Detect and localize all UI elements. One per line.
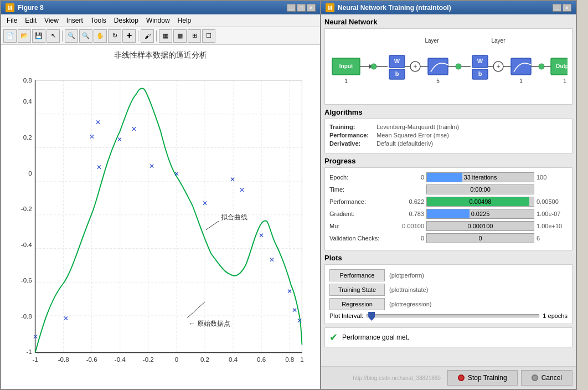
grad-row: Gradient: 0.783 0.0225 1.00e-07 (329, 209, 568, 219)
rotate-btn[interactable]: ↻ (108, 29, 121, 43)
algorithms-header: Algorithms (324, 108, 572, 116)
open-btn[interactable]: 📂 (18, 29, 31, 43)
menu-edit[interactable]: Edit (22, 16, 40, 25)
nn-diagram-svg: Layer Layer Input 1 W (329, 33, 568, 100)
mu-bar: 0.000100 (426, 221, 534, 231)
epoch-bar-text: 33 iterations (464, 174, 497, 181)
valcheck-bar: 0 (426, 233, 534, 243)
colorbar-btn[interactable]: ▦ (159, 29, 172, 43)
epoch-bar-fill (427, 173, 462, 182)
menu-file[interactable]: File (3, 16, 20, 25)
menu-view[interactable]: View (41, 16, 62, 25)
svg-text:b: b (478, 70, 482, 77)
plot-interval-slider[interactable] (367, 314, 539, 317)
svg-text:✕: ✕ (174, 171, 179, 178)
svg-text:← 原始数据点: ← 原始数据点 (189, 320, 230, 327)
legend-btn[interactable]: ▩ (173, 29, 187, 43)
bottom-buttons: http://blog.csdn.net/sinat_38821860 Stop… (321, 366, 576, 389)
box-btn[interactable]: ☐ (202, 29, 215, 43)
svg-text:-0.6: -0.6 (86, 356, 97, 363)
menu-window[interactable]: Window (143, 16, 173, 25)
menu-insert[interactable]: Insert (63, 16, 86, 25)
performance-plot-link[interactable]: (plotperform) (389, 272, 424, 279)
svg-text:Layer: Layer (491, 38, 506, 44)
svg-text:-0.6: -0.6 (21, 277, 32, 284)
epoch-min: 0 (396, 174, 426, 181)
svg-text:W: W (477, 58, 483, 64)
svg-text:✕: ✕ (131, 126, 137, 132)
maximize-btn[interactable]: □ (297, 4, 306, 12)
svg-text:0.8: 0.8 (285, 356, 294, 363)
figure-window: M Figure 8 _ □ × File Edit View Insert T… (0, 0, 321, 390)
perf-prog-label: Performance: (329, 198, 396, 205)
svg-text:-0.4: -0.4 (115, 356, 126, 363)
trainstate-plot-btn[interactable]: Training State (329, 284, 385, 296)
plot-interval-val: 1 epochs (543, 312, 568, 319)
zoom-out-btn[interactable]: 🔍 (79, 29, 92, 43)
brush-btn[interactable]: 🖌 (141, 29, 154, 43)
perf-algo-label: Performance: (329, 132, 376, 138)
time-bar: 0:00:00 (426, 184, 534, 194)
progress-header: Progress (324, 157, 572, 165)
regression-plot-row: Regression (plotregression) (329, 298, 568, 310)
zoom-in-btn[interactable]: 🔍 (65, 29, 78, 43)
menu-help[interactable]: Help (174, 16, 195, 25)
grid-btn[interactable]: ⊞ (188, 29, 201, 43)
grad-max: 1.00e-07 (534, 211, 568, 217)
watermark: http://blog.csdn.net/sinat_38821860 (324, 374, 444, 382)
svg-text:Output: Output (556, 63, 568, 69)
time-label: Time: (329, 186, 396, 193)
grad-label: Gradient: (329, 211, 396, 217)
plot-interval-label: Plot Interval: (329, 312, 363, 319)
svg-text:b: b (395, 70, 399, 77)
valcheck-label: Validation Checks: (329, 235, 396, 242)
stop-training-btn[interactable]: Stop Training (447, 370, 518, 386)
svg-text:Layer: Layer (425, 38, 439, 44)
mu-min: 0.00100 (396, 223, 426, 229)
nntrain-window: M Neural Network Training (ntraintool) _… (321, 0, 577, 390)
svg-text:5: 5 (436, 78, 440, 84)
regression-plot-btn[interactable]: Regression (329, 298, 385, 310)
menu-tools[interactable]: Tools (87, 16, 110, 25)
valcheck-min: 0 (396, 235, 426, 242)
svg-text:✕: ✕ (287, 289, 292, 295)
new-file-btn[interactable]: 📄 (3, 29, 17, 43)
epoch-max: 100 (534, 174, 568, 181)
check-icon: ✔ (329, 331, 338, 343)
minimize-btn[interactable]: _ (287, 4, 296, 12)
datacursor-btn[interactable]: ✚ (122, 29, 136, 43)
perf-algo-value: Mean Squared Error (mse) (376, 132, 449, 138)
plot-area: 非线性样本数据的逼近分析 (1, 45, 320, 389)
plot-svg: -1 -0.8 -0.6 -0.4 -0.2 0 0.2 0.4 0.6 0.8… (14, 63, 307, 378)
valcheck-bar-text: 0 (478, 235, 482, 242)
performance-plot-row: Performance (plotperform) (329, 269, 568, 281)
close-btn[interactable]: × (307, 4, 316, 12)
training-algo-value: Levenberg-Marquardt (trainlm) (376, 124, 459, 130)
plot-title: 非线性样本数据的逼近分析 (114, 50, 207, 60)
pan-btn[interactable]: ✋ (94, 29, 107, 43)
perf-row: Performance: 0.622 0.00498 0.00500 (329, 197, 568, 207)
figure-toolbar: 📄 📂 💾 ↖ 🔍 🔍 ✋ ↻ ✚ 🖌 ▦ ▩ ⊞ ☐ (1, 27, 320, 45)
arrow-btn[interactable]: ↖ (47, 29, 60, 43)
grad-min: 0.783 (396, 211, 426, 217)
nn-close-btn[interactable]: × (563, 4, 571, 12)
svg-text:✕: ✕ (259, 232, 264, 239)
save-btn[interactable]: 💾 (32, 29, 45, 43)
algorithms-section: Algorithms Training: Levenberg-Marquardt… (324, 108, 572, 153)
menu-desktop[interactable]: Desktop (111, 16, 142, 25)
perf-bar: 0.00498 (426, 197, 534, 207)
plots-content: Performance (plotperform) Training State… (324, 264, 572, 324)
trainstate-plot-link[interactable]: (plottrainstate) (389, 286, 428, 293)
nn-section-header: Neural Network (324, 18, 572, 26)
toolbar-sep3 (156, 30, 157, 42)
regression-plot-link[interactable]: (plotregression) (389, 301, 431, 307)
deriv-algo-row: Derivative: Default (defaultderiv) (329, 140, 568, 147)
performance-plot-btn[interactable]: Performance (329, 269, 385, 281)
time-bar-text: 0:00:00 (470, 186, 491, 193)
nn-minimize-btn[interactable]: _ (553, 4, 561, 12)
slider-thumb (368, 312, 375, 321)
cancel-btn[interactable]: Cancel (521, 370, 572, 386)
svg-text:✕: ✕ (96, 164, 102, 171)
perf-min: 0.622 (396, 198, 426, 205)
svg-rect-93 (511, 58, 531, 75)
